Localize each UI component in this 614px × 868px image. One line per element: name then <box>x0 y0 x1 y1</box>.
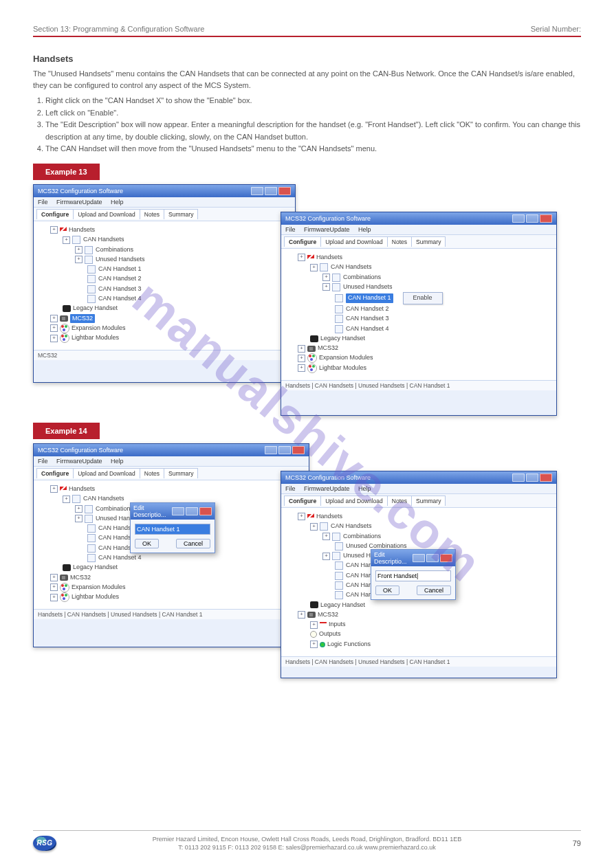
window-titlebar[interactable]: MCS32 Configuration Software <box>281 471 556 484</box>
tree-node-combinations[interactable]: Combinations <box>96 245 133 255</box>
description-input[interactable] <box>375 570 451 581</box>
close-icon[interactable] <box>199 507 212 515</box>
description-input[interactable] <box>135 524 210 535</box>
enable-button[interactable]: Enable <box>403 292 443 304</box>
tree-node-inputs[interactable]: Inputs <box>329 620 346 630</box>
window-titlebar[interactable]: MCS32 Configuration Software <box>34 185 295 197</box>
menu-firmware[interactable]: FirmwareUpdate <box>304 226 350 233</box>
edit-description-dialog[interactable]: Edit Descriptio... OK Cancel <box>130 502 215 553</box>
config-tree[interactable]: +Handsets +CAN Handsets +Combinations +U… <box>39 225 289 343</box>
menu-firmware[interactable]: FirmwareUpdate <box>304 485 350 492</box>
tree-node-logic[interactable]: Logic Functions <box>327 640 371 649</box>
window-controls[interactable] <box>251 187 291 195</box>
tab-summary[interactable]: Summary <box>411 496 446 506</box>
ok-button[interactable]: OK <box>135 539 159 548</box>
tree-node-combinations[interactable]: Combinations <box>96 504 133 514</box>
close-icon[interactable] <box>440 554 452 562</box>
menu-file[interactable]: File <box>285 485 296 492</box>
tab-upload-download[interactable]: Upload and Download <box>320 496 388 506</box>
tree-node-legacy[interactable]: Legacy Handset <box>73 304 118 313</box>
tree-node-ch3[interactable]: CAN Handset 3 <box>98 285 142 294</box>
window-titlebar[interactable]: MCS32 Configuration Software <box>34 444 309 456</box>
tree-node-lightbar[interactable]: Lightbar Modules <box>72 333 119 343</box>
dots-icon <box>60 333 69 343</box>
tree-node-ch4[interactable]: CAN Handset 4 <box>98 553 142 563</box>
tree-node-ch2[interactable]: CAN Handset 2 <box>346 304 389 314</box>
tree-node-can-handsets[interactable]: CAN Handsets <box>331 263 372 272</box>
tree-node-ch1[interactable]: CAN Handset 1 <box>346 293 393 303</box>
tree-node-ch2[interactable]: CAN Handset 2 <box>98 274 142 284</box>
tree-node-ch1[interactable]: CAN Handset 1 <box>98 265 142 274</box>
tab-notes[interactable]: Notes <box>387 496 412 506</box>
header-left: Section 13: Programming & Configuration … <box>33 25 204 33</box>
tree-node-handsets[interactable]: Handsets <box>316 512 342 522</box>
tab-notes[interactable]: Notes <box>387 236 412 247</box>
tree-collapse-icon[interactable]: + <box>50 226 58 234</box>
tree-node-legacy[interactable]: Legacy Handset <box>73 563 118 572</box>
tree-node-can-handsets[interactable]: CAN Handsets <box>83 235 124 245</box>
config-tree[interactable]: +Handsets +CAN Handsets +Combinations +U… <box>287 253 551 373</box>
menu-firmware[interactable]: FirmwareUpdate <box>56 458 102 465</box>
menu-file[interactable]: File <box>285 226 296 233</box>
tree-node-legacy[interactable]: Legacy Handset <box>320 601 365 610</box>
cancel-button[interactable]: Cancel <box>417 586 451 595</box>
tree-node-mcs32[interactable]: MCS32 <box>70 314 95 324</box>
tab-notes[interactable]: Notes <box>140 468 164 478</box>
edit-description-dialog[interactable]: Edit Descriptio... OK Cancel <box>371 549 456 600</box>
tabstrip[interactable]: Configure Upload and Download Notes Summ… <box>34 467 309 480</box>
tree-node-handsets[interactable]: Handsets <box>69 485 95 494</box>
menu-help[interactable]: Help <box>358 226 371 233</box>
tree-node-can-handsets[interactable]: CAN Handsets <box>83 494 124 504</box>
menu-help[interactable]: Help <box>358 485 371 492</box>
tree-node-expansion[interactable]: Expansion Modules <box>319 353 373 363</box>
menu-firmware[interactable]: FirmwareUpdate <box>56 199 102 205</box>
tree-node-lightbar[interactable]: Lightbar Modules <box>72 592 119 602</box>
tree-node-ch4[interactable]: CAN Handset 4 <box>98 294 142 304</box>
tabstrip[interactable]: Configure Upload and Download Notes Summ… <box>281 235 556 249</box>
cancel-button[interactable]: Cancel <box>176 539 210 548</box>
tree-node-lightbar[interactable]: Lightbar Modules <box>319 364 366 373</box>
menubar[interactable]: File FirmwareUpdate Help <box>281 484 556 494</box>
menubar[interactable]: File FirmwareUpdate Help <box>34 456 309 467</box>
tab-configure[interactable]: Configure <box>284 236 321 247</box>
tree-node-combinations[interactable]: Combinations <box>343 532 381 542</box>
menubar[interactable]: File FirmwareUpdate Help <box>281 225 556 235</box>
tree-node-mcs32[interactable]: MCS32 <box>318 610 338 620</box>
tree-node-expansion[interactable]: Expansion Modules <box>72 324 126 333</box>
tab-configure[interactable]: Configure <box>284 496 321 506</box>
menu-file[interactable]: File <box>38 458 48 465</box>
tab-upload-download[interactable]: Upload and Download <box>320 236 388 247</box>
tab-upload-download[interactable]: Upload and Download <box>73 209 140 219</box>
menu-file[interactable]: File <box>38 199 48 205</box>
tree-node-handsets[interactable]: Handsets <box>69 225 95 235</box>
tab-summary[interactable]: Summary <box>164 209 198 219</box>
window-controls[interactable] <box>265 446 305 454</box>
tabstrip[interactable]: Configure Upload and Download Notes Summ… <box>281 494 556 508</box>
tree-node-legacy[interactable]: Legacy Handset <box>320 334 365 344</box>
tab-summary[interactable]: Summary <box>411 236 446 247</box>
tree-node-expansion[interactable]: Expansion Modules <box>72 583 126 592</box>
tree-node-ch3[interactable]: CAN Handset 3 <box>346 314 389 324</box>
tree-node-can-handsets[interactable]: CAN Handsets <box>331 522 372 531</box>
tab-configure[interactable]: Configure <box>36 209 74 219</box>
tab-configure[interactable]: Configure <box>36 468 74 478</box>
window-controls[interactable] <box>512 474 552 482</box>
tree-node-ch4[interactable]: CAN Handset 4 <box>346 324 389 334</box>
tree-node-handsets[interactable]: Handsets <box>316 253 342 263</box>
tree-node-mcs32[interactable]: MCS32 <box>318 344 338 353</box>
tab-notes[interactable]: Notes <box>140 209 164 219</box>
menu-help[interactable]: Help <box>111 199 124 205</box>
tree-node-combinations[interactable]: Combinations <box>343 273 381 282</box>
window-controls[interactable] <box>512 214 552 223</box>
tree-node-unused-handsets[interactable]: Unused Handsets <box>96 255 145 265</box>
menu-help[interactable]: Help <box>111 458 124 465</box>
tree-node-mcs32[interactable]: MCS32 <box>70 573 91 583</box>
tree-node-outputs[interactable]: Outputs <box>319 630 341 639</box>
tab-upload-download[interactable]: Upload and Download <box>73 468 140 478</box>
tree-node-unused-handsets[interactable]: Unused Handsets <box>343 282 393 292</box>
window-titlebar[interactable]: MCS32 Configuration Software <box>281 212 556 225</box>
menubar[interactable]: File FirmwareUpdate Help <box>34 197 295 208</box>
tabstrip[interactable]: Configure Upload and Download Notes Summ… <box>34 208 295 221</box>
ok-button[interactable]: OK <box>375 586 399 595</box>
tab-summary[interactable]: Summary <box>164 468 198 478</box>
